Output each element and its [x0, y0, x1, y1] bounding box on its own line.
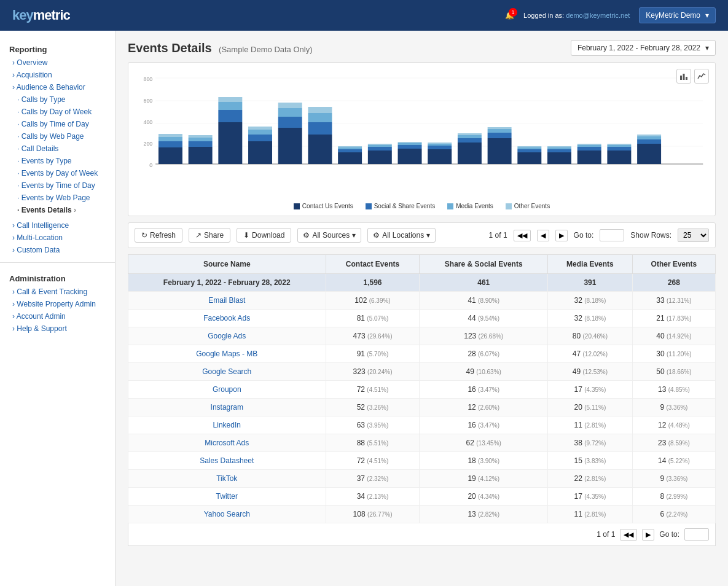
cell-other: 8 (2.99%) — [632, 488, 715, 506]
svg-text:600: 600 — [144, 98, 153, 104]
sidebar-item-events-dow[interactable]: · Events by Day of Week — [0, 167, 115, 179]
svg-rect-23 — [218, 102, 242, 110]
bar-chart-icon[interactable] — [676, 69, 691, 84]
svg-rect-54 — [458, 138, 482, 143]
sidebar-item-events-tod[interactable]: · Events by Time of Day — [0, 179, 115, 192]
cell-source[interactable]: Groupon — [128, 381, 326, 399]
svg-rect-33 — [308, 135, 332, 164]
svg-rect-25 — [248, 141, 272, 164]
goto-input[interactable] — [600, 229, 624, 241]
cell-source[interactable]: Email Blast — [128, 292, 326, 310]
sidebar-item-calls-web[interactable]: · Calls by Web Page — [0, 130, 115, 143]
svg-rect-47 — [398, 143, 422, 145]
sidebar-item-events-type[interactable]: · Events by Type — [0, 155, 115, 167]
chevron-down-icon: ▾ — [352, 231, 356, 240]
sidebar-item-help-support[interactable]: › Help & Support — [0, 322, 115, 335]
cell-media: 49 (12.53%) — [547, 363, 632, 381]
svg-rect-65 — [547, 152, 571, 164]
cell-source[interactable]: Microsoft Ads — [128, 434, 326, 452]
sidebar-item-multi-location[interactable]: › Multi-Location — [0, 232, 115, 244]
cell-social: 13 (2.82%) — [420, 506, 548, 523]
sidebar-item-audience[interactable]: › Audience & Behavior — [0, 81, 115, 93]
first-page-button[interactable]: ◀◀ — [514, 230, 531, 241]
legend-other-label: Other Events — [514, 203, 550, 209]
cell-source[interactable]: Twitter — [128, 488, 326, 506]
sidebar-item-events-details[interactable]: · Events Details › — [0, 204, 115, 216]
svg-rect-67 — [547, 147, 571, 149]
sidebar-item-overview[interactable]: › Overview — [0, 57, 115, 69]
chart-icons — [676, 69, 709, 84]
next-page-button[interactable]: ▶ — [555, 230, 568, 241]
sidebar-item-website-admin[interactable]: › Website Property Admin — [0, 298, 115, 310]
sidebar-item-calls-tod[interactable]: · Calls by Time of Day — [0, 118, 115, 130]
line-chart-icon[interactable] — [694, 69, 709, 84]
sidebar-item-call-tracking[interactable]: › Call & Event Tracking — [0, 286, 115, 298]
sidebar-item-call-details[interactable]: · Call Details — [0, 143, 115, 155]
account-dropdown[interactable]: KeyMetric Demo ▾ — [639, 7, 716, 23]
cell-source[interactable]: LinkedIn — [128, 416, 326, 434]
download-button[interactable]: ⬇ Download — [237, 228, 291, 243]
svg-rect-53 — [458, 143, 482, 164]
chevron-down-icon: ▾ — [705, 44, 709, 52]
cell-source[interactable]: Google Ads — [128, 327, 326, 345]
cell-source[interactable]: Google Search — [128, 363, 326, 381]
table-row: Google Ads 473 (29.64%) 123 (26.68%) 80 … — [128, 327, 716, 345]
summary-social: 461 — [420, 274, 548, 292]
sidebar-item-acquisition[interactable]: › Acquisition — [0, 69, 115, 81]
table-row: Sales Datasheet 72 (4.51%) 18 (3.90%) 15… — [128, 452, 716, 470]
refresh-button[interactable]: ↻ Refresh — [135, 228, 182, 243]
cell-media: 80 (20.46%) — [547, 327, 632, 345]
page-header: Events Details (Sample Demo Data Only) F… — [128, 40, 716, 56]
sidebar-item-call-intel[interactable]: › Call Intelligence — [0, 219, 115, 232]
cell-other: 13 (4.85%) — [632, 381, 715, 399]
cell-contact: 108 (26.77%) — [326, 506, 420, 523]
cell-source[interactable]: Yahoo Search — [128, 506, 326, 523]
legend-social-icon — [366, 203, 372, 209]
data-table: Source Name Contact Events Share & Socia… — [128, 254, 716, 523]
svg-rect-73 — [607, 150, 631, 164]
cell-other: 50 (18.66%) — [632, 363, 715, 381]
cell-media: 17 (4.35%) — [547, 488, 632, 506]
share-button[interactable]: ↗ Share — [189, 228, 230, 243]
prev-page-button[interactable]: ◀ — [537, 230, 549, 241]
show-rows-select[interactable]: 25 50 100 — [678, 229, 709, 242]
cell-source[interactable]: TikTok — [128, 470, 326, 488]
cell-source[interactable]: Sales Datasheet — [128, 452, 326, 470]
bottom-goto-input[interactable] — [684, 528, 709, 541]
svg-rect-13 — [159, 147, 182, 164]
svg-rect-57 — [488, 138, 512, 164]
sidebar-item-calls-dow[interactable]: · Calls by Day of Week — [0, 106, 115, 118]
locations-filter[interactable]: ⚙ All Locations ▾ — [367, 228, 436, 243]
bell-icon[interactable]: 🔔 1 — [505, 11, 514, 20]
table-row: Email Blast 102 (6.39%) 41 (8.90%) 32 (8… — [128, 292, 716, 310]
chevron-down-icon: ▾ — [705, 11, 709, 20]
sources-filter[interactable]: ⚙ All Sources ▾ — [297, 228, 361, 243]
table-row: Twitter 34 (2.13%) 20 (4.34%) 17 (4.35%)… — [128, 488, 716, 506]
summary-media: 391 — [547, 274, 632, 292]
cell-contact: 88 (5.51%) — [326, 434, 420, 452]
col-other: Other Events — [632, 255, 715, 274]
cell-social: 16 (3.47%) — [420, 416, 548, 434]
col-media: Media Events — [547, 255, 632, 274]
sidebar-item-account-admin[interactable]: › Account Admin — [0, 310, 115, 322]
bottom-next-page[interactable]: ▶ — [642, 529, 654, 541]
cell-other: 21 (17.83%) — [632, 310, 715, 327]
bottom-first-page[interactable]: ◀◀ — [620, 529, 637, 541]
svg-rect-52 — [428, 143, 452, 144]
legend-contact-label: Contact Us Events — [302, 203, 353, 209]
cell-source[interactable]: Instagram — [128, 399, 326, 416]
cell-media: 47 (12.02%) — [547, 345, 632, 363]
svg-rect-36 — [308, 107, 332, 113]
sidebar-item-custom-data[interactable]: › Custom Data — [0, 244, 115, 256]
download-icon: ⬇ — [243, 231, 249, 240]
cell-social: 12 (2.60%) — [420, 399, 548, 416]
sidebar-item-events-web[interactable]: · Events by Web Page — [0, 192, 115, 204]
cell-source[interactable]: Facebook Ads — [128, 310, 326, 327]
cell-contact: 37 (2.32%) — [326, 470, 420, 488]
cell-source[interactable]: Google Maps - MB — [128, 345, 326, 363]
logged-in-info: Logged in as: demo@keymetric.net — [523, 12, 630, 19]
date-range-selector[interactable]: February 1, 2022 - February 28, 2022 ▾ — [571, 40, 716, 56]
sidebar-item-calls-type[interactable]: · Calls by Type — [0, 93, 115, 106]
logged-in-email[interactable]: demo@keymetric.net — [566, 12, 630, 19]
svg-rect-66 — [547, 149, 571, 152]
